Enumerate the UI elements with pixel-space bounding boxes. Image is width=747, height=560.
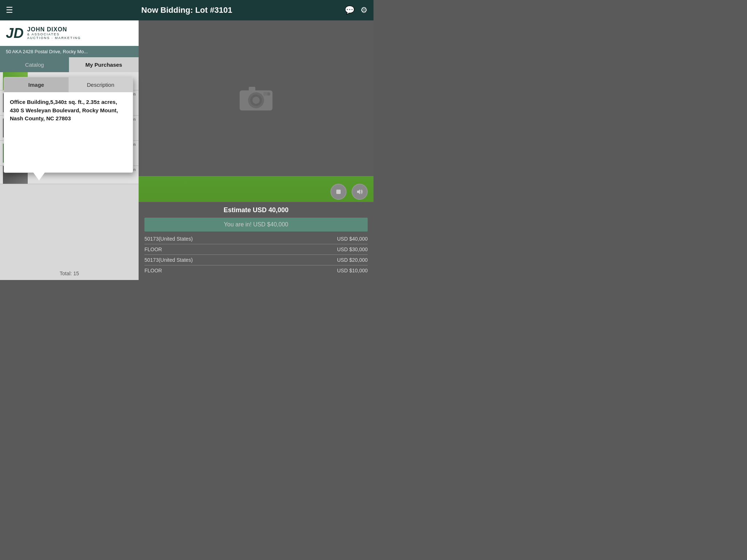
- svg-point-18: [252, 97, 260, 104]
- svg-marker-23: [357, 189, 360, 194]
- tab-my-purchases[interactable]: My Purchases: [69, 57, 139, 72]
- popup-body: Office Building,5,340± sq. ft., 2.35± ac…: [4, 92, 133, 172]
- media-controls: [330, 184, 368, 200]
- bid-amount: USD $40,000: [337, 236, 368, 242]
- bid-amount: USD $20,000: [337, 257, 368, 263]
- bid-bidder: 50173(United States): [144, 257, 193, 263]
- bid-info: Estimate USD 40,000 You are in! USD $40,…: [139, 202, 374, 280]
- popup-tab-image[interactable]: Image: [4, 77, 69, 92]
- bid-bidder: FLOOR: [144, 268, 162, 273]
- bid-amount: USD $30,000: [337, 246, 368, 252]
- tab-catalog[interactable]: Catalog: [0, 57, 69, 72]
- svg-point-21: [267, 93, 270, 96]
- svg-rect-19: [249, 87, 255, 92]
- right-panel: Estimate USD 40,000 You are in! USD $40,…: [139, 20, 374, 280]
- bid-row: 50173(United States) USD $20,000: [144, 257, 368, 265]
- main-layout: JD JOHN DIXON & ASSOCIATES AUCTIONS · MA…: [0, 20, 374, 280]
- header: ☰ Now Bidding: Lot #3101 💬 ⚙: [0, 0, 374, 20]
- header-title: Now Bidding: Lot #3101: [141, 5, 232, 15]
- left-panel: JD JOHN DIXON & ASSOCIATES AUCTIONS · MA…: [0, 20, 139, 280]
- bid-row: FLOOR USD $10,000: [144, 268, 368, 276]
- logo-text: JOHN DIXON & ASSOCIATES AUCTIONS · MARKE…: [27, 26, 81, 40]
- popup-description-text: Office Building,5,340± sq. ft., 2.35± ac…: [10, 98, 127, 123]
- chat-icon[interactable]: 💬: [345, 5, 355, 15]
- popup-tabs: Image Description: [4, 77, 133, 92]
- header-right-icons: 💬 ⚙: [345, 5, 368, 15]
- popup-arrow: [33, 172, 45, 180]
- logo-tagline: AUCTIONS · MARKETING: [27, 36, 81, 40]
- video-panel: [139, 20, 374, 176]
- bid-bidder: 50173(United States): [144, 236, 193, 242]
- bid-bidder: FLOOR: [144, 246, 162, 252]
- lot-total: Total: 15: [0, 267, 139, 280]
- bid-history: 50173(United States) USD $40,000 FLOOR U…: [144, 236, 368, 276]
- popup-tab-description[interactable]: Description: [69, 77, 133, 92]
- camera-icon-large: [238, 83, 274, 114]
- bid-row: FLOOR USD $30,000: [144, 246, 368, 255]
- estimate-label: Estimate USD 40,000: [144, 206, 368, 214]
- popup-card[interactable]: Image Description Office Building,5,340±…: [4, 77, 133, 173]
- breadcrumb: 50 AKA 2428 Postal Drive, Rocky Mo...: [0, 46, 139, 57]
- logo-company-name: JOHN DIXON: [27, 26, 81, 33]
- volume-button[interactable]: [352, 184, 368, 200]
- logo-area: JD JOHN DIXON & ASSOCIATES AUCTIONS · MA…: [0, 20, 139, 46]
- menu-icon[interactable]: ☰: [6, 5, 13, 15]
- svg-rect-22: [336, 190, 341, 194]
- catalog-tabs: Catalog My Purchases: [0, 57, 139, 72]
- you-are-in-label: You are in! USD $40,000: [144, 218, 368, 232]
- stop-button[interactable]: [330, 184, 347, 200]
- bid-amount: USD $10,000: [337, 268, 368, 273]
- logo-initials: JD: [6, 26, 24, 41]
- settings-icon[interactable]: ⚙: [360, 5, 368, 15]
- bid-row: 50173(United States) USD $40,000: [144, 236, 368, 244]
